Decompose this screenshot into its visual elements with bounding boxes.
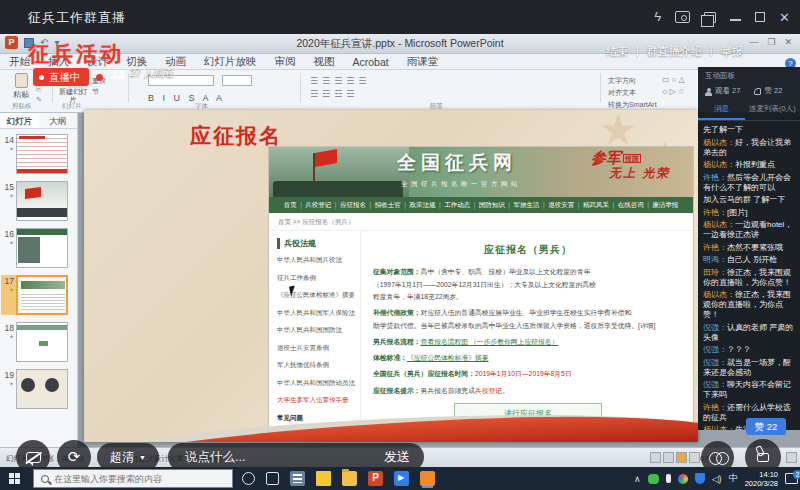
sidebar-link[interactable]: 征兵工作条例 xyxy=(277,274,357,283)
site-nav-item[interactable]: 政策法规 xyxy=(409,201,444,210)
site-nav-item[interactable]: 兵役登记 xyxy=(305,201,340,210)
stream-intro-button[interactable]: 群直播介绍 xyxy=(647,44,702,59)
chat-sender: 许艳： xyxy=(703,403,727,412)
view-switcher[interactable] xyxy=(650,452,700,463)
paragraph-buttons[interactable]: ☰☰☰☰☰☲☲☲☲ xyxy=(310,75,430,101)
slide-preview[interactable] xyxy=(16,275,68,315)
tab-messages[interactable]: 消息 xyxy=(698,101,745,120)
site-nav-item[interactable]: 精武风采 xyxy=(583,201,618,210)
cortana-icon[interactable] xyxy=(242,472,255,485)
site-nav-item[interactable]: 首页 xyxy=(284,201,306,210)
pin-window-icon[interactable] xyxy=(675,11,690,23)
layers-icon[interactable] xyxy=(704,12,716,23)
site-nav-item[interactable]: 在线咨询 xyxy=(618,201,653,210)
taskbar-clock[interactable]: 14:10 2020/3/28 xyxy=(745,470,778,488)
font-size-select[interactable] xyxy=(222,75,252,86)
site-nav-item[interactable]: 军旅生活 xyxy=(514,201,549,210)
mic-icon[interactable] xyxy=(666,474,671,483)
tray-expand-icon[interactable]: ∧ xyxy=(634,474,641,484)
wechat-icon[interactable] xyxy=(648,474,659,484)
site-nav-item[interactable]: 国防知识 xyxy=(479,201,514,210)
sidebar-link[interactable]: 中华人民共和国国防法 xyxy=(277,326,357,335)
ppt-minimize-icon[interactable]: — xyxy=(749,37,758,47)
send-button[interactable]: 发送 xyxy=(384,448,410,466)
taskbar-search[interactable] xyxy=(33,469,233,488)
chat-sender: 倪强： xyxy=(703,323,727,332)
sidebar-link[interactable]: 军人抚恤优待条例 xyxy=(277,361,357,370)
ppt-restore-icon[interactable]: ❐ xyxy=(767,37,775,47)
content-line: 程度青年，年满18至22周岁。 xyxy=(373,291,683,304)
minimize-button[interactable] xyxy=(730,19,741,21)
ppt-close-icon[interactable]: ✕ xyxy=(784,37,792,47)
maximize-button[interactable] xyxy=(755,12,765,22)
volume-icon[interactable]: ◁) xyxy=(712,474,722,484)
ime-indicator[interactable]: 中 xyxy=(729,472,738,485)
sidebar-link[interactable]: 大学生参军入伍宣传手册 xyxy=(277,396,357,405)
tab-slides[interactable]: 幻灯片 xyxy=(0,113,39,128)
security-icon[interactable] xyxy=(695,473,705,484)
slide-thumbnail[interactable]: 16 ✦ xyxy=(1,228,74,268)
start-button[interactable] xyxy=(9,473,21,485)
report-button[interactable]: 举报 xyxy=(721,44,743,59)
chat-message: 杨以杰：一边观看hotel，一边看徐正杰讲 xyxy=(703,220,796,240)
slide-canvas[interactable]: ★ ★ 应征报名 全国征兵网 全国征兵报名唯一官方网站 参军报国 无上 光荣 首… xyxy=(84,110,698,442)
sidebar-link[interactable]: 中华人民共和国国防动员法 xyxy=(277,379,357,388)
transition-icon: ✦ xyxy=(1,380,14,387)
chat-input[interactable]: 说点什么... xyxy=(185,449,245,466)
colors-app-icon[interactable] xyxy=(678,474,688,484)
slide-number: 16 xyxy=(1,229,14,239)
content-label: 全国征兵（男兵）应征报名时间： xyxy=(373,370,475,377)
chat-message-list[interactable]: 先了解一下 杨以杰：好，我会让我弟弟去的 杨以杰：补报到重点 许艳：然后等会儿开… xyxy=(698,121,800,430)
site-nav-item[interactable]: 应征报名 xyxy=(340,201,375,210)
screen: 征兵工作群直播 ϟ ✕ P ↶ ▾ 2020年征兵宣讲.pptx - Micro… xyxy=(0,0,800,490)
sidebar-link[interactable]: 中华人民共和国军人保险法 xyxy=(277,309,357,318)
ribbon-tab[interactable]: 视图 xyxy=(305,55,344,69)
video-app-icon[interactable] xyxy=(394,471,409,486)
slide-thumbnail[interactable]: 15 ✦ xyxy=(1,181,74,221)
slide-preview[interactable] xyxy=(16,369,68,409)
paragraph-extra-buttons[interactable]: 文字方向 对齐文本 转换为SmartArt xyxy=(608,75,657,111)
site-nav-item[interactable]: 廉洁举报 xyxy=(652,201,678,210)
content-line: 征集对象范围：高中（含中专、职高、技校）毕业及以上文化程度的青年 xyxy=(373,266,683,279)
search-input[interactable] xyxy=(54,474,214,484)
slide-preview[interactable] xyxy=(16,322,68,362)
slide-thumbnail[interactable]: 19 ✦ xyxy=(1,369,74,409)
content-label: 征集对象范围： xyxy=(373,268,421,275)
ribbon-tab[interactable]: 雨课堂 xyxy=(398,55,448,69)
shapes-gallery[interactable]: ▭○△⬦▷☆ xyxy=(662,74,698,98)
ribbon-tab[interactable]: 幻灯片放映 xyxy=(195,55,266,69)
file-explorer-icon[interactable] xyxy=(342,471,357,486)
site-nav-item[interactable]: 工作动态 xyxy=(444,201,479,210)
slide-preview[interactable] xyxy=(16,181,68,221)
ribbon-tab[interactable]: 审阅 xyxy=(266,55,305,69)
paste-button[interactable]: 粘贴 xyxy=(8,73,34,100)
record-dot-icon xyxy=(96,74,103,81)
slide-thumbnail[interactable]: 17 ✦ xyxy=(1,275,74,315)
calculator-icon[interactable] xyxy=(290,471,305,486)
tab-outline[interactable]: 大纲 xyxy=(39,113,78,128)
close-button[interactable]: ✕ xyxy=(779,10,790,25)
site-nav-item[interactable]: 招收士官 xyxy=(375,201,410,210)
task-view-icon[interactable] xyxy=(266,472,279,485)
sticky-notes-icon[interactable] xyxy=(316,471,331,486)
tip-link[interactable]: 兵役登记 xyxy=(475,387,502,394)
fit-to-window-icon[interactable] xyxy=(786,452,797,463)
end-stream-button[interactable]: 结束 xyxy=(606,44,628,59)
notification-icon[interactable]: 2 xyxy=(785,473,798,484)
slide-thumbnail[interactable]: 18 ✦ xyxy=(1,322,74,362)
stream-app-icon[interactable] xyxy=(420,471,435,486)
chat-text: 先了解一下 xyxy=(703,125,743,134)
slide-preview[interactable] xyxy=(16,134,68,174)
flash-icon[interactable]: ϟ xyxy=(654,9,661,25)
app-title: 征兵工作群直播 xyxy=(28,9,126,27)
slide-thumbnail[interactable]: 14 ✦ xyxy=(1,134,74,174)
ribbon-tab[interactable]: Acrobat xyxy=(344,56,398,68)
tab-mic-list[interactable]: 连麦列表(0人) xyxy=(745,101,800,120)
font-style-buttons[interactable]: B I U S A A xyxy=(148,93,225,103)
sidebar-link[interactable]: 退役士兵安置条例 xyxy=(277,344,357,353)
sidebar-link[interactable]: 《应征公民体检标准》摘要 xyxy=(277,291,357,300)
site-nav-item[interactable]: 退役安置 xyxy=(548,201,583,210)
sidebar-link[interactable]: 中华人民共和国兵役法 xyxy=(277,256,357,265)
slide-preview[interactable] xyxy=(16,228,68,268)
powerpoint-taskbar-icon[interactable] xyxy=(368,471,383,486)
